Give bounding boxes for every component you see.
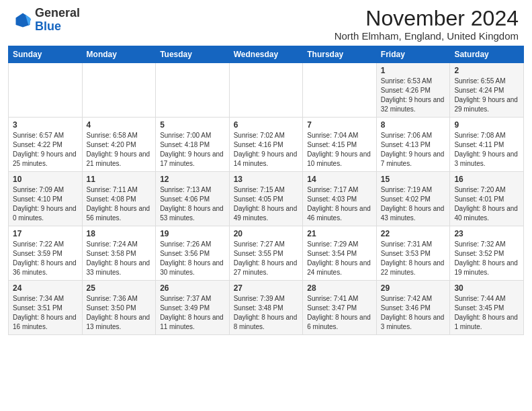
calendar-cell: 25Sunrise: 7:36 AM Sunset: 3:50 PM Dayli…: [82, 281, 156, 335]
calendar-cell: [82, 63, 156, 118]
day-info: Sunrise: 6:57 AM Sunset: 4:22 PM Dayligh…: [13, 131, 78, 169]
month-title: November 2024: [335, 7, 519, 30]
calendar-header: Sunday Monday Tuesday Wednesday Thursday…: [9, 46, 524, 63]
day-number: 11: [87, 175, 152, 184]
page-header: General Blue November 2024 North Elmham,…: [0, 0, 532, 46]
calendar-body: 1Sunrise: 6:53 AM Sunset: 4:26 PM Daylig…: [9, 63, 524, 335]
day-number: 8: [381, 120, 446, 130]
day-info: Sunrise: 7:36 AM Sunset: 3:50 PM Dayligh…: [87, 294, 152, 332]
header-thursday: Thursday: [303, 46, 377, 63]
day-info: Sunrise: 7:29 AM Sunset: 3:54 PM Dayligh…: [307, 240, 372, 277]
calendar-cell: [229, 63, 303, 118]
day-info: Sunrise: 6:55 AM Sunset: 4:24 PM Dayligh…: [454, 77, 519, 114]
day-info: Sunrise: 7:09 AM Sunset: 4:10 PM Dayligh…: [13, 185, 78, 223]
day-number: 18: [87, 229, 152, 238]
calendar-cell: 11Sunrise: 7:11 AM Sunset: 4:08 PM Dayli…: [82, 172, 156, 226]
calendar-week-3: 10Sunrise: 7:09 AM Sunset: 4:10 PM Dayli…: [9, 172, 524, 226]
calendar-cell: 9Sunrise: 7:08 AM Sunset: 4:11 PM Daylig…: [450, 118, 524, 172]
day-number: 16: [454, 175, 519, 184]
calendar-cell: 18Sunrise: 7:24 AM Sunset: 3:58 PM Dayli…: [82, 226, 156, 281]
day-info: Sunrise: 7:27 AM Sunset: 3:55 PM Dayligh…: [234, 240, 299, 277]
calendar-cell: 14Sunrise: 7:17 AM Sunset: 4:03 PM Dayli…: [303, 172, 377, 226]
day-number: 4: [87, 120, 152, 130]
logo: General Blue: [13, 7, 80, 34]
logo-blue-text: Blue: [35, 19, 61, 33]
calendar-cell: 30Sunrise: 7:44 AM Sunset: 3:45 PM Dayli…: [450, 281, 524, 335]
day-info: Sunrise: 6:53 AM Sunset: 4:26 PM Dayligh…: [381, 77, 446, 114]
day-number: 26: [160, 283, 225, 293]
calendar-cell: 21Sunrise: 7:29 AM Sunset: 3:54 PM Dayli…: [303, 226, 377, 281]
day-number: 5: [160, 120, 225, 130]
day-number: 30: [454, 283, 519, 293]
day-info: Sunrise: 7:32 AM Sunset: 3:52 PM Dayligh…: [454, 240, 519, 277]
day-info: Sunrise: 7:24 AM Sunset: 3:58 PM Dayligh…: [87, 240, 152, 277]
calendar-cell: 1Sunrise: 6:53 AM Sunset: 4:26 PM Daylig…: [376, 63, 450, 118]
day-info: Sunrise: 7:02 AM Sunset: 4:16 PM Dayligh…: [234, 131, 299, 169]
calendar-table: Sunday Monday Tuesday Wednesday Thursday…: [8, 46, 524, 335]
header-friday: Friday: [376, 46, 450, 63]
day-info: Sunrise: 7:42 AM Sunset: 3:46 PM Dayligh…: [381, 294, 446, 332]
day-number: 25: [87, 283, 152, 293]
day-number: 29: [381, 283, 446, 293]
calendar-cell: 23Sunrise: 7:32 AM Sunset: 3:52 PM Dayli…: [450, 226, 524, 281]
calendar-cell: 5Sunrise: 7:00 AM Sunset: 4:18 PM Daylig…: [156, 118, 230, 172]
day-info: Sunrise: 7:04 AM Sunset: 4:15 PM Dayligh…: [307, 131, 372, 169]
day-number: 9: [454, 120, 519, 130]
calendar-cell: 22Sunrise: 7:31 AM Sunset: 3:53 PM Dayli…: [376, 226, 450, 281]
day-number: 12: [160, 175, 225, 184]
calendar: Sunday Monday Tuesday Wednesday Thursday…: [8, 46, 524, 335]
day-number: 10: [13, 175, 78, 184]
day-number: 21: [307, 229, 372, 238]
calendar-cell: 2Sunrise: 6:55 AM Sunset: 4:24 PM Daylig…: [450, 63, 524, 118]
day-info: Sunrise: 6:58 AM Sunset: 4:20 PM Dayligh…: [87, 131, 152, 169]
day-info: Sunrise: 7:19 AM Sunset: 4:02 PM Dayligh…: [381, 185, 446, 223]
day-info: Sunrise: 7:00 AM Sunset: 4:18 PM Dayligh…: [160, 131, 225, 169]
day-number: 1: [381, 66, 446, 75]
day-number: 3: [13, 120, 78, 130]
day-info: Sunrise: 7:31 AM Sunset: 3:53 PM Dayligh…: [381, 240, 446, 277]
calendar-cell: 16Sunrise: 7:20 AM Sunset: 4:01 PM Dayli…: [450, 172, 524, 226]
day-number: 22: [381, 229, 446, 238]
day-number: 13: [234, 175, 299, 184]
day-number: 6: [234, 120, 299, 130]
calendar-cell: 29Sunrise: 7:42 AM Sunset: 3:46 PM Dayli…: [376, 281, 450, 335]
day-number: 14: [307, 175, 372, 184]
calendar-cell: [156, 63, 230, 118]
calendar-cell: 6Sunrise: 7:02 AM Sunset: 4:16 PM Daylig…: [229, 118, 303, 172]
calendar-cell: 8Sunrise: 7:06 AM Sunset: 4:13 PM Daylig…: [376, 118, 450, 172]
day-info: Sunrise: 7:08 AM Sunset: 4:11 PM Dayligh…: [454, 131, 519, 169]
day-info: Sunrise: 7:20 AM Sunset: 4:01 PM Dayligh…: [454, 185, 519, 223]
day-number: 19: [160, 229, 225, 238]
day-number: 23: [454, 229, 519, 238]
day-number: 2: [454, 66, 519, 75]
day-number: 27: [234, 283, 299, 293]
header-tuesday: Tuesday: [156, 46, 230, 63]
calendar-cell: [9, 63, 83, 118]
title-area: November 2024 North Elmham, England, Uni…: [335, 7, 519, 42]
header-monday: Monday: [82, 46, 156, 63]
calendar-cell: 24Sunrise: 7:34 AM Sunset: 3:51 PM Dayli…: [9, 281, 83, 335]
calendar-cell: 20Sunrise: 7:27 AM Sunset: 3:55 PM Dayli…: [229, 226, 303, 281]
calendar-cell: 7Sunrise: 7:04 AM Sunset: 4:15 PM Daylig…: [303, 118, 377, 172]
logo-icon: [13, 11, 32, 30]
day-number: 15: [381, 175, 446, 184]
day-info: Sunrise: 7:22 AM Sunset: 3:59 PM Dayligh…: [13, 240, 78, 277]
calendar-cell: 27Sunrise: 7:39 AM Sunset: 3:48 PM Dayli…: [229, 281, 303, 335]
day-info: Sunrise: 7:06 AM Sunset: 4:13 PM Dayligh…: [381, 131, 446, 169]
calendar-cell: 28Sunrise: 7:41 AM Sunset: 3:47 PM Dayli…: [303, 281, 377, 335]
logo-general-text: General: [35, 6, 80, 19]
calendar-week-5: 24Sunrise: 7:34 AM Sunset: 3:51 PM Dayli…: [9, 281, 524, 335]
day-number: 7: [307, 120, 372, 130]
calendar-cell: [303, 63, 377, 118]
calendar-cell: 17Sunrise: 7:22 AM Sunset: 3:59 PM Dayli…: [9, 226, 83, 281]
calendar-cell: 19Sunrise: 7:26 AM Sunset: 3:56 PM Dayli…: [156, 226, 230, 281]
calendar-week-2: 3Sunrise: 6:57 AM Sunset: 4:22 PM Daylig…: [9, 118, 524, 172]
day-number: 17: [13, 229, 78, 238]
day-info: Sunrise: 7:44 AM Sunset: 3:45 PM Dayligh…: [454, 294, 519, 332]
weekday-row: Sunday Monday Tuesday Wednesday Thursday…: [9, 46, 524, 63]
day-number: 20: [234, 229, 299, 238]
calendar-cell: 15Sunrise: 7:19 AM Sunset: 4:02 PM Dayli…: [376, 172, 450, 226]
calendar-cell: 3Sunrise: 6:57 AM Sunset: 4:22 PM Daylig…: [9, 118, 83, 172]
header-saturday: Saturday: [450, 46, 524, 63]
day-info: Sunrise: 7:11 AM Sunset: 4:08 PM Dayligh…: [87, 185, 152, 223]
